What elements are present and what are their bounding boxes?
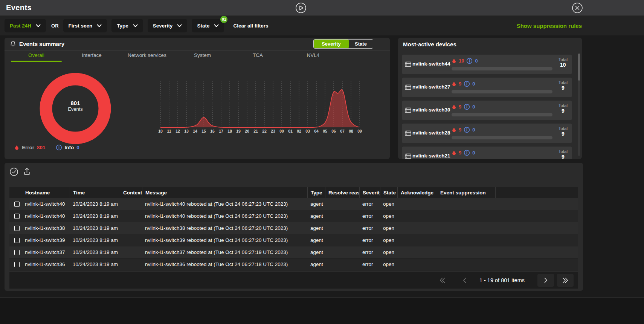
column-header-state[interactable]: State: [380, 187, 397, 198]
pagination-next-button[interactable]: [537, 274, 554, 287]
info-icon: [56, 144, 62, 151]
cell-severity: error: [359, 249, 380, 255]
double-chevron-left-icon: [439, 277, 446, 284]
column-header-type[interactable]: Type: [307, 187, 325, 198]
column-header-empty: [9, 187, 22, 198]
column-header-acknowledge[interactable]: Acknowledge: [397, 187, 437, 198]
device-info-count: 0: [475, 58, 478, 64]
filter-dropdown-severity[interactable]: Severity: [148, 19, 188, 32]
pagination-last-button[interactable]: [557, 274, 574, 287]
table-row[interactable]: nvlink-l1-switch4010/24/2023 8:19 amnvli…: [9, 198, 578, 210]
donut-center-text: 801 Events: [40, 100, 111, 112]
legend-error[interactable]: Error801: [14, 145, 52, 151]
most-active-devices-panel: Most-active devices nvlink-switch44100To…: [398, 38, 582, 159]
filter-dropdown-state[interactable]: State01: [192, 19, 224, 32]
severity-donut-chart: 801 Events: [40, 73, 111, 144]
cell-time: 10/24/2023 8:19 am: [70, 213, 120, 219]
row-checkbox[interactable]: [14, 262, 20, 267]
table-toolbar: [9, 167, 31, 178]
svg-text:09: 09: [357, 129, 362, 133]
pagination-bar: 1 - 19 of 801 items: [9, 272, 578, 289]
device-card-nvlink-switch30[interactable]: nvlink-switch3090Total9: [402, 101, 572, 120]
switch-device-icon: [405, 61, 411, 67]
export-icon: [23, 167, 31, 176]
row-checkbox[interactable]: [14, 238, 20, 243]
column-header-context[interactable]: Context: [120, 187, 142, 198]
svg-text:10: 10: [158, 129, 163, 133]
table-row[interactable]: nvlink-l1-switch4010/24/2023 8:19 amnvli…: [9, 210, 578, 222]
cell-hostname: nvlink-l1-switch40: [22, 213, 70, 219]
filter-dropdown-time-range[interactable]: Past 24H: [5, 19, 46, 32]
table-row[interactable]: nvlink-l1-switch3910/24/2023 8:19 amnvli…: [9, 234, 578, 246]
flame-icon: [452, 81, 456, 87]
column-header-resolve-reason[interactable]: Resolve reason: [325, 187, 359, 198]
table-row[interactable]: nvlink-l1-switch3710/24/2023 8:19 amnvli…: [9, 246, 578, 258]
row-checkbox[interactable]: [14, 214, 20, 219]
close-button[interactable]: [572, 2, 583, 14]
toggle-state-button[interactable]: State: [349, 40, 373, 48]
cell-hostname: nvlink-l1-switch39: [22, 237, 70, 243]
svg-text:05: 05: [323, 129, 327, 133]
device-total-label: Total: [559, 149, 568, 154]
device-card-nvlink-switch28[interactable]: nvlink-switch2890Total9: [402, 124, 572, 143]
filter-dropdown-type[interactable]: Type: [111, 19, 143, 32]
toggle-severity-button[interactable]: Severity: [314, 40, 349, 48]
devices-scrollbar-thumb[interactable]: [578, 53, 580, 81]
table-row[interactable]: nvlink-l1-switch3810/24/2023 8:19 amnvli…: [9, 222, 578, 234]
column-header-hostname[interactable]: Hostname: [22, 187, 70, 198]
tab-nvl4[interactable]: NVL4: [285, 51, 341, 61]
donut-total-label: Events: [40, 106, 111, 112]
tab-tca[interactable]: TCA: [230, 51, 285, 61]
chart-legend: Error801Info0: [14, 144, 86, 151]
row-checkbox[interactable]: [14, 250, 20, 255]
tab-interface[interactable]: Interface: [64, 51, 119, 61]
clear-all-filters-link[interactable]: Clear all filters: [233, 23, 268, 29]
play-button[interactable]: [295, 2, 307, 14]
device-card-nvlink-switch21[interactable]: nvlink-switch2190Total9: [402, 147, 572, 159]
svg-text:22: 22: [262, 129, 267, 133]
chevron-right-icon: [543, 277, 548, 284]
device-card-nvlink-switch44[interactable]: nvlink-switch44100Total10: [402, 55, 572, 74]
events-summary-panel: Events summary Severity State OverallInt…: [5, 38, 390, 159]
cell-type: agent: [307, 225, 325, 231]
tab-overall[interactable]: Overall: [9, 51, 64, 61]
svg-text:13: 13: [184, 129, 189, 133]
filter-count-badge: 01: [220, 16, 227, 23]
device-error-count: 9: [459, 104, 461, 110]
row-checkbox[interactable]: [14, 202, 20, 207]
legend-info[interactable]: Info0: [56, 144, 86, 151]
device-total-label: Total: [559, 126, 568, 131]
export-button[interactable]: [23, 167, 31, 178]
device-total-label: Total: [559, 80, 568, 85]
column-header-message[interactable]: Message: [142, 187, 307, 198]
device-error-count: 9: [459, 81, 461, 87]
events-table-panel: HostnameTimeContextMessageTypeResolve re…: [5, 163, 583, 291]
switch-device-icon: [405, 153, 411, 159]
show-suppression-rules-link[interactable]: Show suppression rules: [517, 23, 582, 29]
pagination-first-button[interactable]: [439, 277, 446, 284]
tab-network-services[interactable]: Network services: [119, 51, 175, 61]
svg-text:00: 00: [279, 129, 284, 133]
device-activity-bar: [452, 67, 552, 70]
cell-message: nvlink-l1-switch38 rebooted at (Tue Oct …: [142, 225, 307, 231]
pagination-prev-button[interactable]: [462, 277, 467, 284]
cell-time: 10/24/2023 8:19 am: [70, 237, 120, 243]
column-header-time[interactable]: Time: [70, 187, 120, 198]
severity-state-toggle: Severity State: [313, 39, 373, 49]
device-name: nvlink-switch27: [412, 84, 450, 90]
table-row[interactable]: nvlink-l1-switch3610/24/2023 8:19 amnvli…: [9, 258, 578, 271]
page-title: Events: [6, 3, 32, 12]
select-all-button[interactable]: [9, 167, 18, 178]
row-checkbox[interactable]: [14, 226, 20, 231]
column-header-severity[interactable]: Severity: [359, 187, 380, 198]
device-card-nvlink-switch27[interactable]: nvlink-switch2790Total9: [402, 78, 572, 97]
cell-state: open: [380, 213, 397, 219]
column-header-event-suppression[interactable]: Event suppression: [437, 187, 495, 198]
cell-hostname: nvlink-l1-switch38: [22, 225, 70, 231]
filter-dropdown-first-seen[interactable]: First seen: [63, 19, 107, 32]
svg-text:12: 12: [175, 129, 180, 133]
info-icon: [464, 81, 470, 87]
column-header-empty: [495, 187, 578, 198]
device-total-value: 9: [559, 154, 568, 159]
tab-system[interactable]: System: [175, 51, 230, 61]
